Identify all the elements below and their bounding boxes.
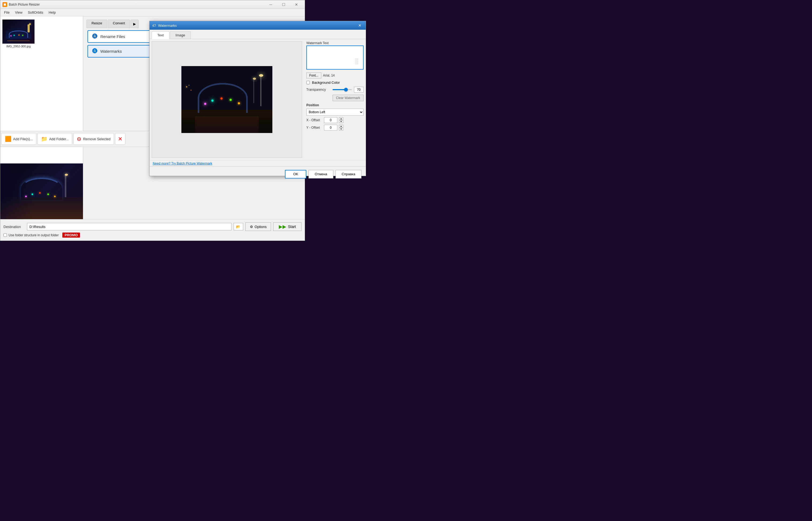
font-button[interactable]: Font...: [306, 72, 321, 78]
dialog-tabs: Text Image: [149, 30, 366, 39]
dialog-title: Watermarks: [158, 24, 177, 27]
start-label: Start: [288, 225, 296, 229]
destination-input[interactable]: [27, 223, 231, 230]
bg-color-checkbox[interactable]: [306, 81, 310, 84]
add-folder-label: Add Folder...: [49, 137, 69, 141]
file-name: IMG_2952-300.jpg: [6, 45, 30, 48]
folder-icon: 📂: [236, 225, 240, 229]
y-offset-label: Y - Offset: [306, 126, 322, 130]
position-label: Position: [306, 103, 364, 107]
transparency-value-input[interactable]: [354, 87, 364, 93]
dialog-close-button[interactable]: ✕: [357, 22, 363, 29]
dialog-action-bar: OK Отмена Справка: [149, 166, 366, 181]
right-panel: Watermark Text Font... Arial, 14: [304, 39, 366, 160]
clear-watermark-container: Clear Watermark: [306, 95, 364, 101]
font-value: Arial, 14: [323, 74, 335, 77]
tab-resize[interactable]: Resize: [87, 20, 107, 28]
watermark-text-section: Watermark Text: [306, 41, 364, 70]
title-controls: ─ ☐ ✕: [264, 0, 303, 9]
cancel-button[interactable]: Отмена: [308, 170, 333, 179]
menu-softorbits[interactable]: SoftOrbits: [25, 9, 46, 16]
ok-button[interactable]: OK: [285, 170, 306, 179]
y-offset-up[interactable]: ▲: [339, 125, 343, 128]
close-button[interactable]: ✕: [290, 0, 303, 9]
promo-badge: PROMO: [62, 232, 80, 237]
title-bar: Batch Picture Resizer ─ ☐ ✕: [0, 0, 305, 9]
gear-icon: ⚙: [250, 225, 253, 229]
folder-row: Use folder structure in output folder PR…: [3, 232, 302, 237]
tab-extra[interactable]: ▶: [131, 20, 139, 28]
transparency-label: Transparency: [306, 88, 330, 92]
start-button[interactable]: ▶▶ Start: [273, 222, 302, 231]
slider-background: [332, 89, 352, 90]
watermarks-label: Watermarks: [100, 49, 122, 53]
options-label: Options: [255, 225, 267, 229]
x-offset-label: X - Offset: [306, 118, 322, 122]
add-files-button[interactable]: 🟧 Add File(s)...: [1, 133, 37, 145]
watermarks-dialog: 🏷 Watermarks ✕ Text Image: [149, 21, 366, 176]
folder-structure-label: Use folder structure in output folder: [8, 233, 59, 237]
help-button[interactable]: Справка: [335, 170, 362, 179]
add-folder-icon: 📁: [41, 136, 48, 142]
bottom-bar: Destination 📂 ⚙ Options ▶▶ Start Use fol…: [0, 219, 305, 241]
transparency-slider-track[interactable]: [332, 87, 352, 92]
options-button[interactable]: ⚙ Options: [245, 222, 271, 231]
dialog-body: Watermark Text Font... Arial, 14: [149, 39, 366, 160]
svg-rect-1: [4, 3, 6, 6]
bg-color-label: Background Color: [312, 81, 340, 85]
start-icon: ▶▶: [279, 224, 286, 230]
x-offset-spinners: ▲ ▼: [339, 117, 343, 123]
menu-file[interactable]: File: [1, 9, 12, 16]
file-toolbar: 🟧 Add File(s)... 📁 Add Folder... ⊖ Remov…: [0, 131, 150, 147]
position-select-row: Bottom Left Top Left Top Center Top Righ…: [306, 109, 364, 116]
y-offset-spinners: ▲ ▼: [339, 125, 343, 131]
y-offset-down[interactable]: ▼: [339, 128, 343, 131]
app-icon: [2, 2, 7, 7]
minimize-button[interactable]: ─: [264, 0, 277, 9]
tab-convert[interactable]: Convert: [108, 20, 130, 28]
destination-row: Destination 📂 ⚙ Options ▶▶ Start: [3, 222, 302, 231]
slider-thumb[interactable]: [344, 88, 348, 92]
file-thumbnail: [2, 20, 34, 44]
remove-selected-label: Remove Selected: [83, 137, 111, 141]
x-offset-row: X - Offset ▲ ▼: [306, 117, 364, 123]
rename-files-label: Rename Files: [100, 34, 125, 39]
add-files-label: Add File(s)...: [13, 137, 33, 141]
y-offset-row: Y - Offset ▲ ▼: [306, 125, 364, 131]
watermarks-icon: 🅐: [92, 48, 98, 54]
preview-image: [181, 66, 272, 133]
add-files-icon: 🟧: [5, 136, 11, 142]
x-offset-input[interactable]: [324, 117, 338, 123]
tab-text[interactable]: Text: [152, 31, 169, 39]
menu-view[interactable]: View: [12, 9, 25, 16]
menu-help[interactable]: Help: [46, 9, 59, 16]
remove-selected-button[interactable]: ⊖ Remove Selected: [73, 133, 114, 145]
dialog-title-bar: 🏷 Watermarks ✕: [149, 21, 366, 30]
folder-structure-checkbox[interactable]: [3, 233, 7, 237]
y-offset-input[interactable]: [324, 125, 338, 131]
preview-pane: [152, 41, 302, 158]
clear-watermark-button[interactable]: Clear Watermark: [332, 95, 364, 101]
maximize-button[interactable]: ☐: [277, 0, 290, 9]
position-section: Position Bottom Left Top Left Top Center…: [306, 103, 364, 131]
remove-icon: ⊖: [77, 136, 81, 142]
tab-image[interactable]: Image: [170, 31, 191, 39]
file-panel: IMG_2952-300.jpg: [0, 16, 83, 220]
batch-watermark-link[interactable]: Need more? Try Batch Picture Watermark: [153, 162, 212, 165]
dialog-link-bar: Need more? Try Batch Picture Watermark: [149, 160, 366, 166]
extra-button[interactable]: ✕: [115, 133, 125, 145]
rename-files-icon: 🅐: [92, 33, 98, 40]
dialog-title-icon: 🏷: [152, 23, 156, 27]
destination-label: Destination: [3, 225, 25, 229]
x-offset-up[interactable]: ▲: [339, 117, 343, 120]
x-offset-down[interactable]: ▼: [339, 120, 343, 123]
browse-destination-button[interactable]: 📂: [234, 223, 243, 230]
folder-structure-row[interactable]: Use folder structure in output folder: [3, 233, 59, 237]
add-folder-button[interactable]: 📁 Add Folder...: [38, 133, 72, 145]
text-area-lines: [355, 59, 358, 83]
position-select[interactable]: Bottom Left Top Left Top Center Top Righ…: [306, 109, 364, 116]
list-item[interactable]: IMG_2952-300.jpg: [2, 19, 34, 49]
menu-bar: File View SoftOrbits Help: [0, 9, 305, 16]
large-preview: [0, 163, 83, 220]
app-title: Batch Picture Resizer: [9, 3, 264, 6]
